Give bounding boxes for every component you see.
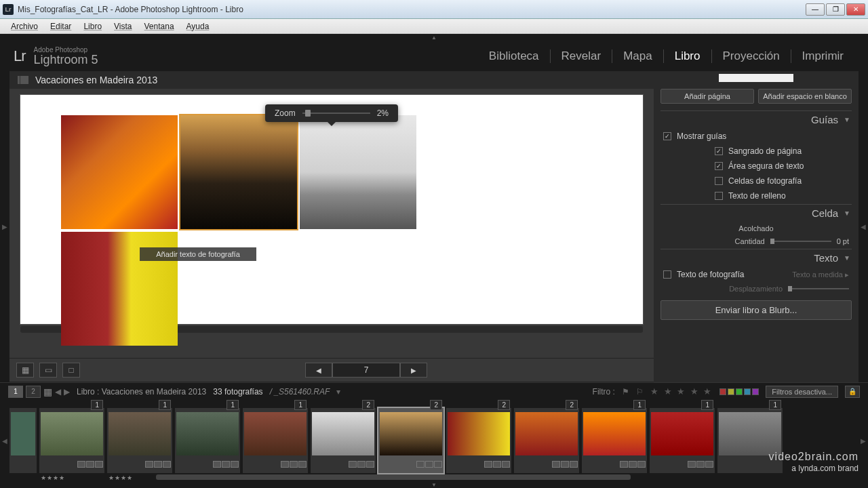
secondary-display-tab[interactable]: 2 [26,386,41,398]
color-red[interactable] [719,388,726,395]
filmstrip-thumb[interactable]: 1★★★★ [107,408,172,473]
next-page-button[interactable]: ▶ [400,363,427,378]
collection-header: Vacaciones en Madeira 2013 [9,71,654,89]
filmstrip-thumb[interactable]: 1 [243,408,308,473]
filmstrip-thumb[interactable]: 1★★★★ [39,408,104,473]
bleed-checkbox[interactable] [715,147,723,155]
menu-ventana[interactable]: Ventana [139,20,180,33]
zoom-popover[interactable]: Zoom 2% [265,104,398,122]
chevron-down-icon: ▼ [844,254,850,262]
safe-area-checkbox[interactable] [715,162,723,170]
grid-icon[interactable]: ▦ [43,386,52,397]
view-single-button[interactable]: □ [62,363,80,378]
filmstrip-thumb[interactable]: 1 [582,408,647,473]
filmstrip-thumb[interactable]: 1 [650,408,715,473]
filter-lock-icon[interactable]: 🔒 [845,386,860,398]
color-green[interactable] [736,388,743,395]
filmstrip-thumb[interactable]: 1 [175,408,240,473]
view-spread-button[interactable]: ▭ [39,363,57,378]
show-guides-checkbox[interactable] [663,132,671,140]
layout-preview[interactable] [719,74,793,82]
module-revelar[interactable]: Revelar [551,49,613,63]
nav-forward-icon[interactable]: ▶ [64,387,70,396]
add-photo-text-field[interactable]: Añadir texto de fotografía [140,247,256,261]
maximize-button[interactable]: ❐ [826,3,845,16]
safe-area-row[interactable]: Área segura de texto [660,159,852,173]
primary-display-tab[interactable]: 1 [8,386,23,398]
page-number[interactable]: 7 [332,363,400,378]
send-to-blurb-button[interactable]: Enviar libro a Blurb... [660,300,852,320]
amount-value: 0 pt [837,237,849,245]
filmstrip-right-arrow[interactable]: ▶ [859,400,868,481]
add-blank-button[interactable]: Añadir espacio en blanco [758,89,852,104]
zoom-slider-thumb[interactable] [305,110,311,117]
rating-filter[interactable]: ★ ★ ★ ★ ★ [650,386,713,396]
module-picker: Biblioteca Revelar Mapa Libro Proyección… [478,49,854,63]
menu-archivo[interactable]: Archivo [5,20,43,33]
filmstrip-thumb[interactable]: 2★★★★ [311,408,376,473]
filmstrip-left-arrow[interactable]: ◀ [0,400,9,481]
minimize-button[interactable]: — [806,3,825,16]
module-proyeccion[interactable]: Proyección [712,49,791,63]
photo-cell-1[interactable] [61,115,178,229]
photo-cell-2-selected[interactable] [180,115,297,229]
breadcrumb[interactable]: Libro : Vacaciones en Madeira 2013 [77,387,206,396]
module-libro[interactable]: Libro [664,49,712,63]
cell-section-header[interactable]: Celda▼ [660,204,852,222]
flag-pick-icon[interactable]: ⚑ [622,387,629,396]
right-panel-toggle[interactable]: ◀ [859,71,868,382]
zoom-slider[interactable] [302,113,370,114]
view-toolbar: ▦ ▭ □ ◀ 7 ▶ [9,358,654,382]
custom-text-dropdown[interactable]: Texto a medida ▸ [792,270,849,279]
module-imprimir[interactable]: Imprimir [791,49,854,63]
photo-text-checkbox[interactable] [663,270,671,279]
main-row: ▶ Vacaciones en Madeira 2013 [0,71,868,382]
filmstrip-thumb[interactable] [9,408,37,473]
book-page[interactable]: Zoom 2% Añadir texto de fotografía [20,94,644,325]
color-blue[interactable] [744,388,751,395]
filmstrip-scrollbar[interactable] [156,474,631,480]
view-multi-page-button[interactable]: ▦ [16,363,34,378]
padding-slider[interactable] [770,241,831,242]
nav-back-icon[interactable]: ◀ [55,387,61,396]
photo-text-row[interactable]: Texto de fotografía Texto a medida ▸ [660,268,852,281]
file-dropdown-icon[interactable]: ▾ [336,387,340,396]
photo-cells-label: Celdas de fotografía [728,176,802,186]
left-panel-toggle[interactable]: ▶ [0,71,9,382]
color-purple[interactable] [752,388,759,395]
logo-area: Lr Adobe Photoshop Lightroom 5 [14,47,98,66]
add-page-button[interactable]: Añadir página [660,89,754,104]
brand-line2: Lightroom 5 [34,54,98,66]
module-mapa[interactable]: Mapa [612,49,664,63]
filter-preset-dropdown[interactable]: Filtros desactiva... [766,386,838,398]
book-canvas[interactable]: Zoom 2% Añadir texto de fotografía [9,89,654,358]
collection-icon [18,76,28,84]
app-body: ▲ Lr Adobe Photoshop Lightroom 5 Bibliot… [0,34,868,488]
bleed-row[interactable]: Sangrado de página [660,144,852,158]
filmstrip-thumb[interactable]: 2★★★★ [446,408,511,473]
filler-text-checkbox[interactable] [715,192,723,200]
photo-cells-row[interactable]: Celdas de fotografía [660,174,852,188]
filler-text-row[interactable]: Texto de relleno [660,189,852,203]
menu-editar[interactable]: Editar [45,20,77,33]
top-panel-toggle[interactable]: ▲ [0,34,868,41]
photo-cells-checkbox[interactable] [715,177,723,185]
menu-libro[interactable]: Libro [78,20,107,33]
filmstrip[interactable]: ◀ 1★★★★ 1★★★★ 1 1 2★★★★ 2 2★★★★ 2 1 1 1 … [0,400,868,481]
bottom-panel-toggle[interactable]: ▼ [0,481,868,488]
menu-ayuda[interactable]: Ayuda [181,20,215,33]
show-guides-row[interactable]: Mostrar guías [660,129,852,143]
close-button[interactable]: ✕ [846,3,865,16]
prev-page-button[interactable]: ◀ [305,363,332,378]
photo-cell-3[interactable] [300,115,416,229]
filmstrip-thumb[interactable]: 2 [514,408,579,473]
flag-reject-icon[interactable]: ⚐ [636,387,644,396]
current-file[interactable]: / _S561460.RAF [270,387,330,396]
filmstrip-thumb-selected[interactable]: 2 [378,408,443,473]
text-section-header[interactable]: Texto▼ [660,249,852,266]
offset-slider[interactable] [788,288,849,289]
module-biblioteca[interactable]: Biblioteca [478,49,551,63]
color-yellow[interactable] [728,388,734,395]
guides-section-header[interactable]: Guías▼ [660,110,852,128]
menu-vista[interactable]: Vista [108,20,137,33]
